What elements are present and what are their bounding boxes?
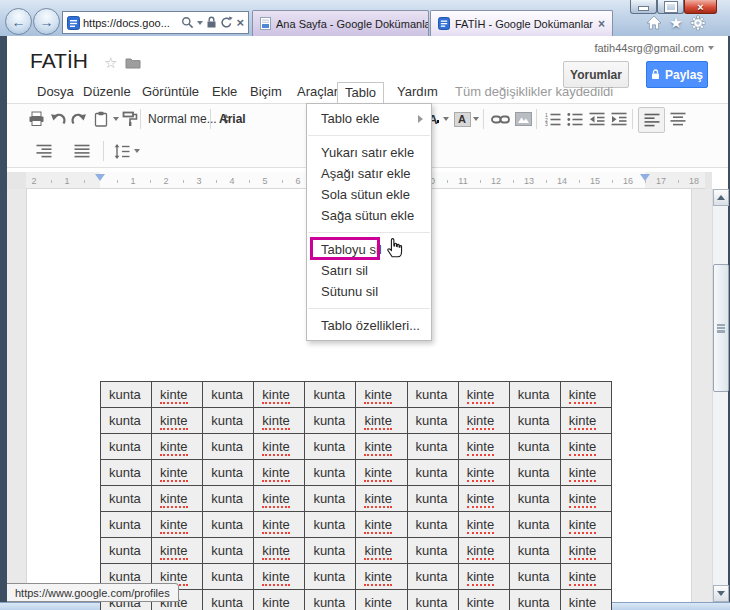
table-cell[interactable]: kinte: [560, 434, 611, 460]
line-spacing-icon[interactable]: [111, 139, 133, 163]
menu-item[interactable]: Aşağı satır ekle: [307, 163, 431, 184]
tab-fatih[interactable]: FATİH - Google Dokümanlar ×: [430, 10, 613, 36]
menu-item[interactable]: Tablo ekle: [307, 108, 431, 129]
address-dropdown-icon[interactable]: [197, 21, 203, 25]
table-cell[interactable]: kinte: [356, 434, 407, 460]
gear-icon[interactable]: [689, 14, 707, 31]
table-cell[interactable]: kunta: [203, 538, 254, 564]
close-window-button[interactable]: ×: [684, 0, 717, 14]
table-cell[interactable]: kunta: [101, 460, 152, 486]
address-bar[interactable]: https://docs.goo... ×: [62, 11, 249, 34]
menu-item[interactable]: Tabloyu sil: [307, 239, 431, 260]
text-color-dropdown-icon[interactable]: [443, 117, 449, 121]
table-cell[interactable]: kunta: [509, 538, 560, 564]
insert-link-icon[interactable]: [489, 107, 511, 131]
table-cell[interactable]: kunta: [101, 538, 152, 564]
table-cell[interactable]: kinte: [458, 512, 509, 538]
table-cell[interactable]: kinte: [254, 512, 305, 538]
tab-ana-sayfa[interactable]: Ana Sayfa - Google Dokümanlar: [252, 10, 429, 36]
table-cell[interactable]: kinte: [356, 538, 407, 564]
table-cell[interactable]: kunta: [203, 564, 254, 590]
favorites-star-icon[interactable]: ★: [667, 14, 685, 31]
table-cell[interactable]: kunta: [305, 486, 356, 512]
table-cell[interactable]: kunta: [305, 408, 356, 434]
search-icon[interactable]: [181, 16, 194, 29]
table-cell[interactable]: kunta: [305, 434, 356, 460]
menu-item[interactable]: Satırı sil: [307, 260, 431, 281]
vertical-scrollbar[interactable]: [712, 189, 728, 602]
align-left-icon[interactable]: [638, 107, 665, 133]
table-cell[interactable]: kinte: [560, 382, 611, 408]
account-email[interactable]: fatih44srg@gmail.com: [594, 42, 714, 54]
menu-5[interactable]: Biçim: [243, 82, 289, 102]
home-icon[interactable]: [645, 14, 663, 31]
menu-2[interactable]: Düzenle: [76, 82, 138, 102]
decrease-indent-icon[interactable]: [586, 107, 608, 131]
scroll-down-button[interactable]: [713, 585, 729, 602]
table-cell[interactable]: kinte: [254, 382, 305, 408]
table-cell[interactable]: kunta: [203, 460, 254, 486]
table-cell[interactable]: kunta: [407, 408, 458, 434]
tab-close-icon[interactable]: ×: [598, 17, 605, 31]
redo-icon[interactable]: [68, 107, 90, 131]
minimize-button[interactable]: [630, 0, 657, 14]
table-cell[interactable]: kinte: [152, 538, 203, 564]
maximize-button[interactable]: [657, 0, 684, 14]
table-cell[interactable]: kunta: [203, 486, 254, 512]
table-cell[interactable]: kinte: [560, 564, 611, 590]
undo-icon[interactable]: [47, 107, 69, 131]
table-cell[interactable]: kunta: [509, 460, 560, 486]
document-table[interactable]: kuntakintekuntakintekuntakintekuntakinte…: [100, 381, 612, 610]
table-cell[interactable]: kunta: [407, 512, 458, 538]
table-cell[interactable]: kunta: [509, 408, 560, 434]
table-cell[interactable]: kunta: [101, 434, 152, 460]
menu-item[interactable]: Sütunu sil: [307, 281, 431, 302]
table-cell[interactable]: kinte: [356, 486, 407, 512]
folder-icon[interactable]: [125, 57, 141, 69]
table-cell[interactable]: kunta: [509, 512, 560, 538]
refresh-icon[interactable]: [220, 16, 233, 29]
table-cell[interactable]: kinte: [254, 486, 305, 512]
table-cell[interactable]: kinte: [356, 590, 407, 610]
table-cell[interactable]: kunta: [305, 512, 356, 538]
stop-icon[interactable]: ×: [236, 18, 244, 28]
table-cell[interactable]: kunta: [305, 538, 356, 564]
table-cell[interactable]: kunta: [509, 590, 560, 610]
table-cell[interactable]: kinte: [152, 460, 203, 486]
font-dropdown[interactable]: Arial: [219, 108, 246, 130]
bulleted-list-icon[interactable]: [564, 107, 586, 131]
table-cell[interactable]: kinte: [152, 512, 203, 538]
table-cell[interactable]: kinte: [560, 538, 611, 564]
scrollbar-thumb[interactable]: [713, 264, 729, 392]
insert-image-icon[interactable]: [512, 107, 534, 131]
table-cell[interactable]: kinte: [458, 460, 509, 486]
menu-item[interactable]: Sağa sütun ekle: [307, 205, 431, 226]
table-cell[interactable]: kunta: [101, 512, 152, 538]
left-margin-marker[interactable]: [95, 174, 105, 181]
menu-1[interactable]: Dosya: [30, 82, 81, 102]
table-cell[interactable]: kinte: [356, 564, 407, 590]
table-cell[interactable]: kinte: [254, 408, 305, 434]
table-cell[interactable]: kinte: [458, 434, 509, 460]
table-cell[interactable]: kinte: [152, 382, 203, 408]
table-cell[interactable]: kinte: [560, 590, 611, 610]
table-cell[interactable]: kunta: [407, 486, 458, 512]
menu-item[interactable]: Sola sütun ekle: [307, 184, 431, 205]
right-margin-marker[interactable]: [640, 174, 650, 181]
table-cell[interactable]: kinte: [458, 590, 509, 610]
highlight-color-icon[interactable]: A: [451, 107, 473, 131]
highlight-dropdown-icon[interactable]: [473, 117, 479, 121]
table-cell[interactable]: kinte: [152, 434, 203, 460]
table-cell[interactable]: kinte: [152, 408, 203, 434]
table-cell[interactable]: kinte: [560, 408, 611, 434]
menu-7[interactable]: Tablo: [337, 82, 384, 103]
table-cell[interactable]: kunta: [509, 382, 560, 408]
table-cell[interactable]: kunta: [203, 434, 254, 460]
table-cell[interactable]: kunta: [407, 538, 458, 564]
forward-button[interactable]: →: [33, 8, 60, 35]
table-cell[interactable]: kinte: [356, 460, 407, 486]
styles-dropdown[interactable]: Normal me...: [148, 108, 229, 130]
table-cell[interactable]: kinte: [356, 512, 407, 538]
paint-format-icon[interactable]: [119, 107, 141, 131]
table-cell[interactable]: kinte: [560, 486, 611, 512]
